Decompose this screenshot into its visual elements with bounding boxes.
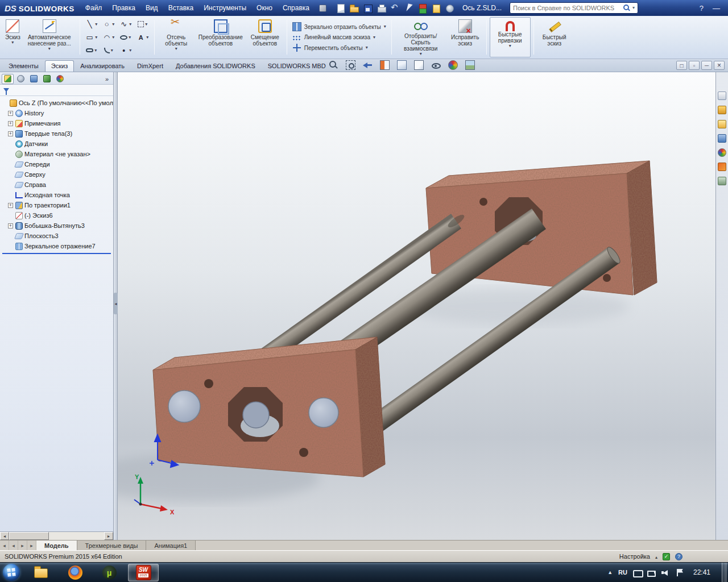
sketch-tool-button[interactable] <box>83 18 100 31</box>
dropdown-arrow-icon[interactable] <box>373 35 375 40</box>
rapid-sketch-button[interactable]: Быстрый эскиз <box>537 17 572 57</box>
viewport-3d[interactable]: Y X <box>118 72 715 540</box>
expand-toggle[interactable] <box>8 172 13 177</box>
previous-view-icon[interactable] <box>363 60 373 70</box>
tree-item[interactable]: + Твердые тела(3) <box>0 128 113 139</box>
tree-item[interactable]: Плоскость3 <box>0 231 113 241</box>
menu-item[interactable]: Инструменты <box>198 1 251 15</box>
tree-item[interactable]: Ось Z (По умолчанию<<По умолча <box>0 98 113 108</box>
rebuild-icon[interactable] <box>417 3 427 13</box>
dropdown-arrow-icon[interactable] <box>112 35 114 40</box>
panel-tab[interactable] <box>28 74 40 84</box>
tree-item[interactable]: + Бобышка-Вытянуть3 <box>0 221 113 231</box>
expand-toggle[interactable] <box>8 213 13 218</box>
sketch-button[interactable]: Эскиз <box>3 17 22 57</box>
dropdown-arrow-icon[interactable] <box>94 48 97 53</box>
dropdown-arrow-icon[interactable] <box>95 35 97 40</box>
dropdown-arrow-icon[interactable] <box>366 45 368 50</box>
expand-toggle[interactable]: + <box>8 223 13 228</box>
zoom-fit-icon[interactable] <box>329 60 338 70</box>
panel-tab[interactable] <box>54 74 66 84</box>
sketch-tool-button[interactable] <box>134 31 151 44</box>
view-orientation-icon[interactable] <box>397 60 407 70</box>
tab-scroll-last-icon[interactable] <box>27 541 36 550</box>
taskbar-firefox-button[interactable] <box>60 564 90 581</box>
sketch-tool-button[interactable] <box>100 44 117 57</box>
tree-item[interactable]: Исходная точка <box>0 190 113 200</box>
offset-entities-button[interactable]: Смещение объектов <box>246 17 284 57</box>
task-pane-resources-icon[interactable] <box>718 92 726 100</box>
design-library-icon[interactable] <box>718 106 726 114</box>
sketch-tool-button[interactable] <box>83 44 100 57</box>
trim-entities-button[interactable]: Отсечь объекты <box>158 17 195 57</box>
tree-item[interactable]: Материал <не указан> <box>0 149 113 159</box>
tab-scroll-left-icon[interactable] <box>9 541 18 550</box>
command-tab[interactable]: SOLIDWORKS MBD <box>262 60 332 72</box>
expand-toggle[interactable] <box>2 101 7 106</box>
command-tab[interactable]: Элементы <box>2 60 45 72</box>
tree-horizontal-scrollbar[interactable]: ◂ ▸ <box>0 531 113 540</box>
tree-item[interactable]: Зеркальное отражение7 <box>0 241 113 251</box>
command-tab[interactable]: Анализировать <box>74 60 131 72</box>
dropdown-arrow-icon[interactable] <box>11 40 14 45</box>
sketch-tool-button[interactable] <box>117 31 134 44</box>
sketch-tool-button[interactable] <box>134 18 151 31</box>
scroll-left-icon[interactable]: ◂ <box>0 532 9 540</box>
sketch-tool-button[interactable] <box>100 31 117 44</box>
section-view-icon[interactable] <box>380 60 390 70</box>
expand-toggle[interactable]: + <box>8 111 13 116</box>
scrollbar-thumb[interactable] <box>9 532 49 540</box>
search-icon[interactable] <box>623 5 630 11</box>
window-minimize-icon[interactable] <box>689 61 700 70</box>
front-bolt-hole-1[interactable] <box>204 379 213 388</box>
tree-item[interactable]: + History <box>0 108 113 118</box>
quick-snaps-button[interactable]: Быстрые привязки <box>490 17 531 57</box>
tree-item[interactable]: (-) Эскиз6 <box>0 210 113 221</box>
graphics-area[interactable]: Y X <box>118 72 715 540</box>
menu-item[interactable]: Вид <box>140 1 163 15</box>
panel-tab[interactable] <box>41 74 53 84</box>
expand-toggle[interactable]: + <box>8 203 13 208</box>
appearances-scenes-icon[interactable] <box>718 148 726 157</box>
view-palette-icon[interactable] <box>718 134 726 143</box>
taskbar-solidworks-button[interactable]: SW 2015 <box>128 564 159 581</box>
tab-scroll-first-icon[interactable] <box>0 541 9 550</box>
front-bolt-hole-2[interactable] <box>299 448 308 457</box>
expand-toggle[interactable] <box>8 142 13 147</box>
dropdown-arrow-icon[interactable] <box>111 48 113 53</box>
panel-collapse-button[interactable]: » <box>102 76 111 82</box>
custom-properties-icon[interactable] <box>718 177 726 185</box>
tree-item[interactable]: + По траектории1 <box>0 200 113 210</box>
taskbar-explorer-button[interactable] <box>26 564 56 581</box>
taskbar-clock[interactable]: 22:41 <box>690 568 716 576</box>
expand-toggle[interactable] <box>8 152 13 157</box>
dropdown-arrow-icon[interactable] <box>384 24 386 29</box>
command-tab[interactable]: Добавления SOLIDWORKS <box>169 60 262 72</box>
expand-toggle[interactable]: + <box>8 121 13 126</box>
command-tab[interactable]: Эскиз <box>45 60 74 72</box>
expand-toggle[interactable] <box>8 193 13 198</box>
new-document-icon[interactable] <box>336 3 345 13</box>
dropdown-arrow-icon[interactable] <box>129 35 131 40</box>
help-search-box[interactable] <box>510 2 638 14</box>
panel-tab[interactable] <box>15 74 27 84</box>
model-tab[interactable]: Модель <box>36 541 77 550</box>
front-bore-right[interactable] <box>309 398 338 427</box>
dropdown-arrow-icon[interactable] <box>112 22 114 27</box>
menu-item[interactable]: Справка <box>278 1 315 15</box>
show-desktop-button[interactable] <box>722 563 727 582</box>
rear-bolt-hole-1[interactable] <box>479 198 487 206</box>
sketch-tool-button[interactable] <box>117 44 134 57</box>
dropdown-arrow-icon[interactable] <box>420 52 422 56</box>
ribbon-stacked-button[interactable]: Переместить объекты <box>290 43 388 53</box>
window-restore-icon[interactable] <box>701 61 712 70</box>
sketch-tool-button[interactable] <box>83 31 100 44</box>
dropdown-arrow-icon[interactable] <box>509 44 511 48</box>
volume-icon[interactable] <box>661 569 670 576</box>
open-document-icon[interactable] <box>349 3 359 13</box>
sketch-tool-button[interactable] <box>117 18 134 31</box>
front-bore-left[interactable] <box>168 390 200 422</box>
panel-splitter[interactable] <box>114 72 118 540</box>
scene-icon[interactable] <box>465 60 475 70</box>
appearances-icon[interactable] <box>448 60 458 70</box>
